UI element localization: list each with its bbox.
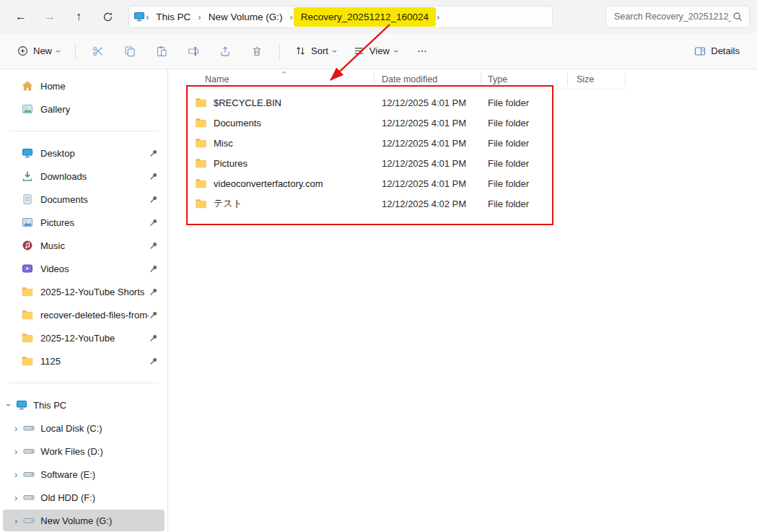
breadcrumb-chevron-icon[interactable]: › (289, 12, 292, 22)
chevron-right-icon[interactable]: › (14, 447, 17, 456)
sidebar-item-work-files-d[interactable]: › Work Files (D:) (3, 440, 165, 462)
navigation-bar: ← → ↑ › This PC › New Volume (G:) › Reco… (0, 0, 757, 33)
toolbar-divider (75, 43, 76, 59)
search-box[interactable] (605, 6, 750, 28)
forward-button[interactable]: → (36, 4, 64, 29)
sidebar-item-label: Videos (40, 263, 69, 274)
sidebar-item-1125-folder[interactable]: 1125 (3, 350, 165, 372)
refresh-button[interactable] (94, 4, 121, 29)
sidebar-item-label: 2025-12-YouTube (40, 333, 115, 344)
address-bar[interactable]: › This PC › New Volume (G:) › Recovery_2… (128, 6, 553, 28)
drive-icon (23, 422, 35, 434)
file-name-cell: videoconverterfactory.com (185, 178, 375, 189)
sidebar-item-label: 1125 (40, 356, 61, 367)
sidebar-item-home[interactable]: Home (3, 75, 165, 97)
sidebar-item-downloads[interactable]: Downloads (3, 165, 165, 187)
folder-icon (195, 158, 207, 168)
sidebar-item-label: Pictures (40, 217, 74, 228)
sort-button[interactable]: Sort › (288, 40, 344, 61)
pictures-icon (22, 217, 33, 228)
breadcrumb-chevron-icon[interactable]: › (437, 12, 439, 22)
chevron-right-icon[interactable]: › (14, 516, 17, 526)
sidebar-item-youtube-folder[interactable]: 2025-12-YouTube (3, 327, 165, 349)
sidebar-item-documents[interactable]: Documents (3, 188, 165, 210)
command-bar: New › Sort › View › (0, 33, 757, 69)
copy-icon (124, 45, 136, 57)
breadcrumb-item-volume[interactable]: New Volume (G:) (202, 9, 289, 25)
file-type: File folder (481, 118, 568, 128)
column-header-size[interactable]: Size (568, 73, 626, 86)
file-explorer-window: ← → ↑ › This PC › New Volume (G:) › Reco… (0, 0, 757, 532)
sidebar-item-old-hdd-f[interactable]: › Old HDD (F:) (3, 487, 165, 508)
paste-button[interactable] (147, 38, 176, 64)
share-button[interactable] (211, 38, 240, 64)
sidebar-item-recover-deleted-files-folder[interactable]: recover-deleted-files-from-rec (3, 304, 165, 326)
folder-icon (22, 287, 33, 297)
back-button[interactable]: ← (7, 4, 35, 29)
sidebar-item-this-pc[interactable]: › This PC (3, 394, 165, 416)
cut-button[interactable] (84, 38, 113, 64)
breadcrumb-item-this-pc[interactable]: This PC (149, 9, 197, 25)
drive-icon (23, 468, 35, 480)
sidebar-item-pictures[interactable]: Pictures (3, 212, 165, 233)
file-name-cell: $RECYCLE.BIN (185, 97, 375, 108)
file-date-modified: 12/12/2025 4:01 PM (375, 178, 481, 189)
chevron-down-icon[interactable]: › (4, 404, 13, 406)
chevron-right-icon[interactable]: › (14, 470, 17, 479)
column-header-type[interactable]: Type (481, 73, 568, 86)
new-plus-icon (17, 45, 28, 56)
sidebar-item-label: Old HDD (F:) (40, 492, 95, 503)
ellipsis-icon (417, 46, 427, 56)
breadcrumb-chevron-icon[interactable]: › (198, 12, 201, 22)
sidebar-item-youtube-shorts-folder[interactable]: 2025-12-YouTube Shorts (3, 281, 165, 302)
pin-icon (149, 264, 158, 273)
new-button[interactable]: New › (10, 40, 67, 61)
file-date-modified: 12/12/2025 4:01 PM (375, 118, 481, 128)
folder-icon (195, 138, 207, 148)
view-button[interactable]: View › (346, 40, 405, 61)
chevron-right-icon[interactable]: › (14, 424, 17, 433)
details-button[interactable]: Details (687, 40, 747, 62)
column-header-date-modified[interactable]: Date modified (375, 73, 481, 86)
sidebar-item-label: Music (40, 240, 65, 251)
copy-button[interactable] (115, 38, 144, 64)
sidebar-item-videos[interactable]: Videos (3, 258, 165, 279)
this-pc-icon (16, 399, 27, 411)
breadcrumb-chevron-icon[interactable]: › (146, 12, 149, 22)
view-icon (354, 45, 364, 56)
column-header-row: › Name Date modified Type Size (185, 70, 626, 90)
file-row[interactable]: Documents 12/12/2025 4:01 PM File folder (185, 113, 626, 133)
up-button[interactable]: ↑ (65, 4, 92, 29)
drive-icon (23, 445, 35, 457)
column-header-name[interactable]: › Name (185, 73, 375, 86)
sidebar-item-new-volume-g[interactable]: › New Volume (G:) (3, 510, 165, 531)
rename-button[interactable] (179, 38, 208, 64)
file-row[interactable]: videoconverterfactory.com 12/12/2025 4:0… (185, 173, 626, 193)
column-header-label: Name (205, 74, 229, 84)
file-date-modified: 12/12/2025 4:02 PM (375, 199, 481, 209)
file-name: Pictures (214, 158, 248, 169)
file-row[interactable]: Misc 12/12/2025 4:01 PM File folder (185, 133, 626, 153)
pin-icon (149, 149, 158, 157)
music-icon (22, 240, 33, 251)
search-input[interactable] (613, 11, 732, 22)
sidebar-item-music[interactable]: Music (3, 235, 165, 256)
more-options-button[interactable] (408, 38, 437, 64)
sidebar-item-software-e[interactable]: › Software (E:) (3, 463, 165, 485)
sidebar-item-desktop[interactable]: Desktop (3, 142, 165, 164)
breadcrumb-item-current-folder[interactable]: Recovery_20251212_160024 (294, 7, 436, 27)
file-row[interactable]: テスト 12/12/2025 4:02 PM File folder (185, 193, 626, 214)
rename-icon (188, 45, 199, 57)
folder-icon (22, 356, 33, 366)
new-button-label: New (33, 45, 52, 56)
sidebar-item-gallery[interactable]: Gallery (3, 98, 165, 120)
sidebar-item-local-disk-c[interactable]: › Local Disk (C:) (3, 417, 165, 439)
file-row[interactable]: Pictures 12/12/2025 4:01 PM File folder (185, 153, 626, 173)
chevron-right-icon[interactable]: › (14, 493, 17, 502)
file-row[interactable]: $RECYCLE.BIN 12/12/2025 4:01 PM File fol… (185, 92, 626, 113)
column-header-label: Type (488, 74, 507, 84)
content-area: Home Gallery Desktop Downloads Documents (0, 69, 757, 532)
column-header-label: Size (577, 74, 594, 84)
delete-button[interactable] (242, 38, 271, 64)
folder-icon (195, 118, 207, 128)
